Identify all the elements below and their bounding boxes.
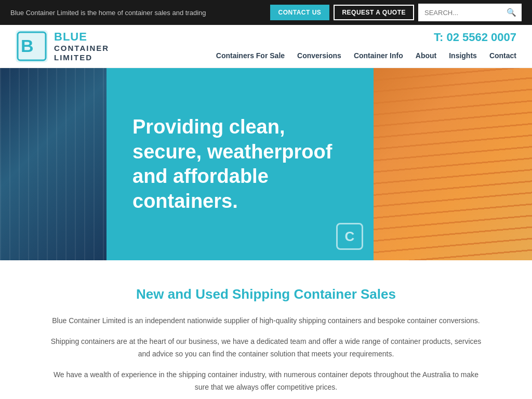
nav-containers-for-sale[interactable]: Containers For Sale (216, 49, 285, 62)
top-bar-actions: CONTACT US REQUEST A QUOTE 🔍 (270, 4, 522, 21)
section-title: New and Used Shipping Container Sales (48, 286, 484, 302)
top-bar: Blue Container Limited is the home of co… (0, 0, 532, 25)
nav-insights[interactable]: Insights (449, 49, 477, 62)
header-right: T: 02 5562 0007 Containers For Sale Conv… (216, 31, 516, 62)
search-icon: 🔍 (507, 8, 516, 17)
logo-limited-text: LIMITED (54, 53, 109, 62)
svg-text:B: B (21, 36, 34, 56)
logo-text: BLUE CONTAINER LIMITED (54, 30, 109, 62)
nav-conversions[interactable]: Conversions (297, 49, 341, 62)
nav-container-info[interactable]: Container Info (354, 49, 403, 62)
logo-blue-text: BLUE (54, 30, 109, 44)
main-nav: Containers For Sale Conversions Containe… (216, 49, 516, 62)
main-content: New and Used Shipping Container Sales Bl… (32, 260, 500, 399)
hero-logo-mark (336, 223, 363, 250)
para-3: We have a wealth of experience in the sh… (48, 369, 484, 394)
logo[interactable]: B BLUE CONTAINER LIMITED (16, 30, 109, 62)
hero-left-image (0, 68, 107, 260)
header: B BLUE CONTAINER LIMITED T: 02 5562 0007… (0, 25, 532, 68)
hero-right-image (374, 68, 532, 260)
logo-container-text: CONTAINER (54, 44, 109, 53)
hero-section: Providing clean, secure, weatherproof an… (0, 68, 532, 260)
search-input[interactable] (418, 5, 501, 21)
contact-us-button[interactable]: CONTACT US (270, 5, 330, 20)
hero-heading: Providing clean, secure, weatherproof an… (132, 115, 348, 214)
request-quote-button[interactable]: REQUEST A QUOTE (334, 5, 414, 20)
phone-number: T: 02 5562 0007 (434, 31, 516, 44)
hero-center: Providing clean, secure, weatherproof an… (107, 68, 374, 260)
search-wrap: 🔍 (418, 4, 522, 21)
search-button[interactable]: 🔍 (501, 4, 522, 21)
tagline: Blue Container Limited is the home of co… (10, 9, 206, 17)
logo-icon: B (16, 30, 48, 62)
nav-contact[interactable]: Contact (489, 49, 516, 62)
para-2: Shipping containers are at the heart of … (48, 336, 484, 361)
para-1: Blue Container Limited is an independent… (48, 315, 484, 327)
nav-about[interactable]: About (416, 49, 436, 62)
